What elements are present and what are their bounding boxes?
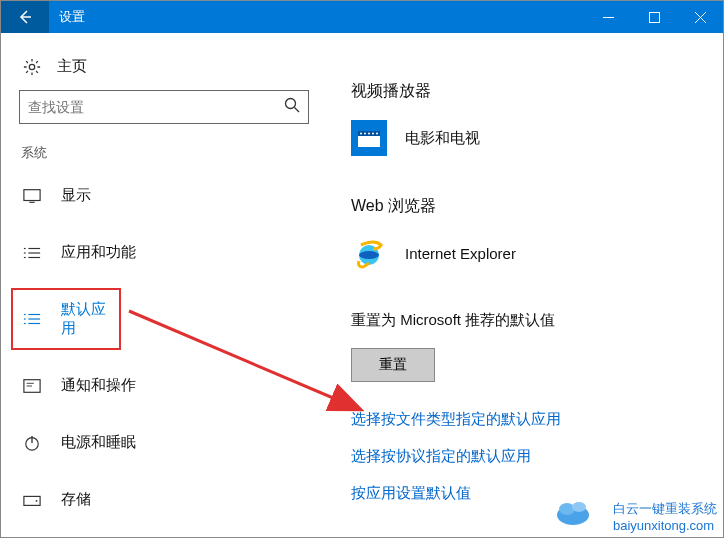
- reset-button[interactable]: 重置: [351, 348, 435, 382]
- svg-point-36: [368, 133, 370, 135]
- reset-button-label: 重置: [379, 356, 407, 374]
- nav-notifications[interactable]: 通知和操作: [19, 364, 321, 407]
- maximize-icon: [649, 12, 660, 23]
- nav-label: 显示: [61, 186, 91, 205]
- ie-icon: [351, 235, 387, 271]
- title-bar: 设置: [1, 1, 723, 33]
- web-browser-title: Web 浏览器: [351, 196, 723, 217]
- web-browser-app[interactable]: Internet Explorer: [351, 235, 723, 271]
- reset-title: 重置为 Microsoft 推荐的默认值: [351, 311, 723, 330]
- svg-point-35: [364, 133, 366, 135]
- storage-icon: [23, 492, 41, 508]
- svg-point-37: [372, 133, 374, 135]
- watermark-logo: [553, 497, 593, 529]
- video-player-app[interactable]: 电影和电视: [351, 120, 723, 156]
- nav-label: 存储: [61, 490, 91, 509]
- gear-icon: [23, 58, 41, 76]
- link-by-app[interactable]: 按应用设置默认值: [351, 484, 723, 503]
- nav-default-apps[interactable]: 默认应用: [15, 292, 117, 346]
- svg-line-7: [295, 108, 300, 113]
- power-icon: [23, 435, 41, 451]
- content-pane: 视频播放器 电影和电视 Web 浏览器 Internet Explorer 重置…: [321, 33, 723, 537]
- category-label: 系统: [19, 138, 321, 174]
- nav-storage[interactable]: 存储: [19, 478, 321, 521]
- close-button[interactable]: [677, 1, 723, 33]
- minimize-icon: [603, 12, 614, 23]
- maximize-button[interactable]: [631, 1, 677, 33]
- back-button[interactable]: [1, 1, 49, 33]
- minimize-button[interactable]: [585, 1, 631, 33]
- video-app-name: 电影和电视: [405, 129, 480, 148]
- watermark-text: 白云一键重装系统 baiyunxitong.com: [613, 501, 717, 535]
- sidebar: 主页 系统 显示 应用和功能 默认应用 通知和操作: [1, 33, 321, 537]
- window-title: 设置: [49, 8, 585, 26]
- watermark-line2: baiyunxitong.com: [613, 518, 717, 535]
- display-icon: [23, 188, 41, 204]
- svg-point-28: [36, 500, 38, 502]
- nav-label: 默认应用: [61, 300, 113, 338]
- nav-label: 通知和操作: [61, 376, 136, 395]
- annotation-highlight: 默认应用: [11, 288, 121, 350]
- svg-point-38: [376, 133, 378, 135]
- close-icon: [695, 12, 706, 23]
- apps-features-icon: [23, 245, 41, 261]
- notifications-icon: [23, 378, 41, 394]
- svg-rect-2: [649, 12, 659, 22]
- svg-point-40: [359, 251, 379, 259]
- search-box[interactable]: [19, 90, 309, 124]
- nav-power-sleep[interactable]: 电源和睡眠: [19, 421, 321, 464]
- default-apps-icon: [23, 311, 41, 327]
- svg-point-44: [572, 502, 586, 512]
- svg-point-6: [286, 99, 296, 109]
- nav-display[interactable]: 显示: [19, 174, 321, 217]
- video-player-title: 视频播放器: [351, 81, 723, 102]
- nav-apps-features[interactable]: 应用和功能: [19, 231, 321, 274]
- nav-label: 应用和功能: [61, 243, 136, 262]
- svg-point-5: [29, 64, 34, 69]
- movies-tv-icon: [351, 120, 387, 156]
- svg-rect-8: [24, 189, 40, 200]
- link-by-file-type[interactable]: 选择按文件类型指定的默认应用: [351, 410, 723, 429]
- web-app-name: Internet Explorer: [405, 245, 516, 262]
- svg-point-34: [360, 133, 362, 135]
- nav-label: 电源和睡眠: [61, 433, 136, 452]
- search-icon: [284, 97, 300, 117]
- svg-rect-27: [24, 496, 40, 505]
- search-input[interactable]: [28, 99, 284, 115]
- home-label: 主页: [57, 57, 87, 76]
- window-controls: [585, 1, 723, 33]
- back-arrow-icon: [17, 9, 33, 25]
- home-link[interactable]: 主页: [19, 51, 321, 90]
- watermark-line1: 白云一键重装系统: [613, 501, 717, 518]
- link-by-protocol[interactable]: 选择按协议指定的默认应用: [351, 447, 723, 466]
